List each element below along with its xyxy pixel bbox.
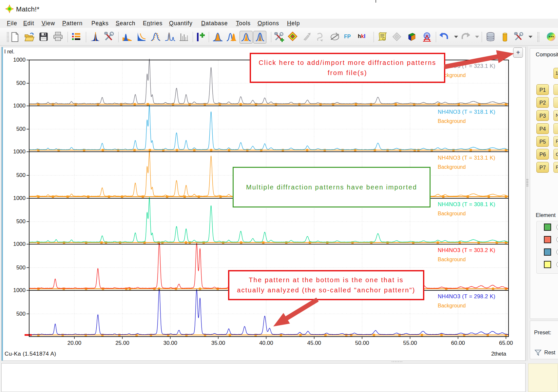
svg-text:55.00: 55.00 [403,340,417,346]
svg-text:Background: Background [438,211,466,216]
svg-text:1000: 1000 [13,241,26,247]
svg-text:40.00: 40.00 [259,340,273,346]
svg-text:NH4NO3 (T = 323.1 K): NH4NO3 (T = 323.1 K) [438,63,495,69]
svg-text:NH4NO3 (T = 308.1 K): NH4NO3 (T = 308.1 K) [438,201,495,207]
svg-text:Background: Background [438,164,466,170]
svg-text:50.00: 50.00 [355,340,369,346]
svg-text:NH4NO3 (T = 298.2 K): NH4NO3 (T = 298.2 K) [438,293,495,299]
svg-text:NH4NO3 (T = 318.1 K): NH4NO3 (T = 318.1 K) [438,109,495,115]
svg-text:1000: 1000 [13,195,26,201]
svg-text:1000: 1000 [13,148,26,155]
svg-text:500: 500 [16,80,26,86]
svg-text:1000: 1000 [13,287,26,293]
svg-text:500: 500 [16,265,26,271]
svg-text:60.00: 60.00 [451,340,465,346]
svg-text:500: 500 [16,311,26,317]
svg-text:NH4NO3 (T = 303.2 K): NH4NO3 (T = 303.2 K) [438,247,495,253]
svg-text:1000: 1000 [13,57,26,63]
svg-text:20.00: 20.00 [67,340,82,346]
svg-text:500: 500 [16,218,26,225]
svg-text:NH4NO3 (T = 313.1 K): NH4NO3 (T = 313.1 K) [438,155,495,161]
svg-text:500: 500 [16,126,26,132]
svg-text:25.00: 25.00 [115,340,129,346]
svg-text:35.00: 35.00 [211,340,225,346]
svg-text:500: 500 [16,172,26,178]
svg-text:65.00: 65.00 [499,340,513,346]
svg-text:Background: Background [438,257,466,262]
svg-text:1000: 1000 [13,103,26,109]
svg-text:45.00: 45.00 [307,340,321,346]
svg-text:Background: Background [438,118,466,124]
svg-text:30.00: 30.00 [163,340,177,346]
svg-text:Background: Background [438,303,466,308]
